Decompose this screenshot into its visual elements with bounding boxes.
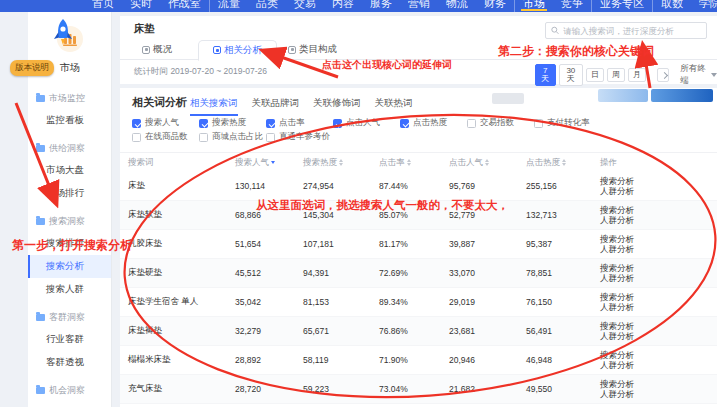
tab-related-modifier-words[interactable]: 关联修饰词 bbox=[313, 97, 361, 116]
nav-item-competition[interactable]: 竞争 bbox=[553, 0, 591, 12]
crowd-analysis-link[interactable]: 人群分析 bbox=[600, 244, 717, 255]
tab-related-hot-words[interactable]: 关联热词 bbox=[375, 97, 413, 116]
crowd-analysis-link[interactable]: 人群分析 bbox=[600, 215, 717, 226]
nav-item-finance[interactable]: 财务 bbox=[476, 0, 514, 12]
terminal-filter-dropdown[interactable]: 所有终端 bbox=[680, 63, 717, 87]
date-button-7d[interactable]: 7天 bbox=[535, 64, 556, 86]
nav-item-traffic[interactable]: 流量 bbox=[209, 0, 248, 12]
filter-search-popularity[interactable]: 搜索人气 bbox=[132, 117, 199, 129]
nav-item-content[interactable]: 内容 bbox=[324, 0, 362, 12]
date-button-month[interactable]: 月 bbox=[628, 68, 646, 82]
table-row: 榻榻米床垫 28,892 58,119 71.90% 20,946 46,948… bbox=[120, 346, 717, 375]
search-analysis-link[interactable]: 搜索分析 bbox=[600, 234, 717, 245]
filter-search-heat[interactable]: 搜索热度 bbox=[199, 117, 266, 129]
sidebar-group-search-insight[interactable]: 搜索洞察 bbox=[28, 210, 111, 232]
tab-icon bbox=[142, 46, 150, 54]
sidebar-group-crowd-insight[interactable]: 客群洞察 bbox=[28, 306, 111, 328]
cell-keyword: 床垫褥垫 bbox=[120, 325, 235, 337]
group-label: 市场监控 bbox=[49, 92, 85, 105]
tab-related-brand-words[interactable]: 关联品牌词 bbox=[252, 97, 300, 116]
search-analysis-link[interactable]: 搜索分析 bbox=[600, 263, 717, 274]
sidebar-group-supply-insight[interactable]: 供给洞察 bbox=[28, 137, 111, 159]
cell-click-popularity: 23,681 bbox=[449, 326, 526, 336]
date-button-week[interactable]: 周 bbox=[607, 68, 625, 82]
nav-item-trade[interactable]: 交易 bbox=[286, 0, 324, 12]
tab-related-analysis[interactable]: 相关分析 bbox=[198, 40, 277, 61]
crowd-analysis-link[interactable]: 人群分析 bbox=[600, 331, 717, 342]
nav-item-marketing[interactable]: 营销 bbox=[400, 0, 438, 12]
sidebar-item-market-ranking[interactable]: 市场排行 bbox=[28, 182, 111, 205]
search-input[interactable] bbox=[563, 26, 701, 36]
search-analysis-link[interactable]: 搜索分析 bbox=[600, 205, 717, 216]
cell-keyword: 床垫 bbox=[120, 180, 235, 192]
col-header-search-heat[interactable]: 搜索热度 bbox=[303, 157, 379, 169]
crowd-analysis-link[interactable]: 人群分析 bbox=[600, 389, 717, 400]
keyword-search-box[interactable] bbox=[545, 22, 707, 39]
cell-click-heat: 78,851 bbox=[526, 268, 598, 278]
sidebar-group-market-monitor[interactable]: 市场监控 bbox=[28, 87, 111, 109]
sort-icon bbox=[407, 159, 411, 166]
nav-item-academy[interactable]: 学院 bbox=[691, 0, 717, 12]
nav-item-data-fetch[interactable]: 取数 bbox=[652, 0, 691, 12]
sidebar-item-industry-crowd[interactable]: 行业客群 bbox=[28, 328, 111, 351]
sidebar-item-market-overview[interactable]: 市场大盘 bbox=[28, 159, 111, 182]
nav-item-category[interactable]: 品类 bbox=[248, 0, 286, 12]
tab-related-search-words[interactable]: 相关搜索词 bbox=[190, 97, 238, 116]
filter-click-popularity[interactable]: 点击人气 bbox=[333, 117, 400, 129]
table-row: 床垫褥垫 32,279 65,671 76.86% 23,681 56,491 … bbox=[120, 317, 717, 346]
sidebar-item-search-crowd[interactable]: 搜索人群 bbox=[28, 278, 111, 301]
cell-search-heat: 58,119 bbox=[303, 355, 379, 365]
cell-keyword: 充气床垫 bbox=[120, 383, 235, 395]
col-header-keyword[interactable]: 搜索词 bbox=[120, 157, 235, 169]
sidebar-group-opportunity-insight[interactable]: 机会洞察 bbox=[28, 379, 111, 401]
tab-overview[interactable]: 概况 bbox=[142, 43, 172, 56]
checkbox-icon bbox=[266, 133, 275, 142]
tab-icon bbox=[288, 46, 296, 54]
nav-item-realtime[interactable]: 实时 bbox=[122, 0, 160, 12]
date-button-day[interactable]: 日 bbox=[586, 68, 604, 82]
table-row: 乳胶床垫 51,654 107,181 81.17% 39,887 95,387… bbox=[120, 230, 717, 259]
search-analysis-link[interactable]: 搜索分析 bbox=[600, 292, 717, 303]
filter-trade-index[interactable]: 交易指数 bbox=[467, 117, 534, 129]
crowd-analysis-link[interactable]: 人群分析 bbox=[600, 273, 717, 284]
filter-label: 点击率 bbox=[279, 117, 305, 129]
tab-category-composition[interactable]: 类目构成 bbox=[288, 43, 337, 56]
col-header-click-rate[interactable]: 点击率 bbox=[379, 157, 449, 169]
nav-item-business-zone[interactable]: 业务专区 bbox=[591, 0, 652, 12]
filter-online-products[interactable]: 在线商品数 bbox=[132, 131, 199, 143]
nav-item-warroom[interactable]: 作战室 bbox=[160, 0, 209, 12]
search-analysis-link[interactable]: 搜索分析 bbox=[600, 379, 717, 390]
sidebar-item-crowd-perspective[interactable]: 客群透视 bbox=[28, 351, 111, 374]
filter-mall-click-share[interactable]: 商城点击占比 bbox=[199, 131, 266, 143]
crowd-analysis-link[interactable]: 人群分析 bbox=[600, 302, 717, 313]
nav-item-market[interactable]: 市场 bbox=[514, 0, 553, 12]
search-analysis-link[interactable]: 搜索分析 bbox=[600, 350, 717, 361]
filter-click-rate[interactable]: 点击率 bbox=[266, 117, 333, 129]
col-header-click-popularity[interactable]: 点击人气 bbox=[449, 157, 526, 169]
col-header-search-popularity[interactable]: 搜索人气 bbox=[235, 157, 303, 169]
sidebar-item-search-analysis[interactable]: 搜索分析 bbox=[28, 255, 111, 278]
crowd-analysis-link[interactable]: 人群分析 bbox=[600, 186, 717, 197]
cell-keyword: 床垫学生宿舍 单人 bbox=[120, 296, 235, 308]
nav-item-home[interactable]: 首页 bbox=[84, 0, 122, 12]
search-analysis-link[interactable]: 搜索分析 bbox=[600, 176, 717, 187]
next-page-arrow-button[interactable] bbox=[657, 68, 669, 82]
annotation-table-note-text: 从这里面选词，挑选搜索人气一般的，不要太大， bbox=[256, 198, 509, 213]
date-button-30d[interactable]: 30天 bbox=[559, 64, 583, 86]
filter-ztc-reference-price[interactable]: 直通车参考价 bbox=[266, 131, 333, 143]
rocket-icon[interactable] bbox=[50, 18, 76, 54]
cell-search-popularity: 32,279 bbox=[235, 326, 303, 336]
filter-pay-conversion[interactable]: 支付转化率 bbox=[534, 117, 601, 129]
sidebar-item-monitor-board[interactable]: 监控看板 bbox=[28, 109, 111, 132]
filter-click-heat[interactable]: 点击热度 bbox=[400, 117, 467, 129]
nav-item-logistics[interactable]: 物流 bbox=[438, 0, 476, 12]
col-header-click-heat[interactable]: 点击热度 bbox=[526, 157, 598, 169]
nav-item-service[interactable]: 服务 bbox=[362, 0, 400, 12]
highlight-bar-dark bbox=[651, 89, 713, 102]
table-row: 充气床垫 28,720 59,223 73.04% 21,682 49,550 … bbox=[120, 375, 717, 404]
search-analysis-link[interactable]: 搜索分析 bbox=[600, 321, 717, 332]
version-note-badge[interactable]: 版本说明 bbox=[10, 60, 54, 76]
sidebar-item-attribute-insight[interactable]: 属性洞察 bbox=[28, 401, 111, 407]
sort-icon bbox=[562, 159, 566, 166]
crowd-analysis-link[interactable]: 人群分析 bbox=[600, 360, 717, 371]
